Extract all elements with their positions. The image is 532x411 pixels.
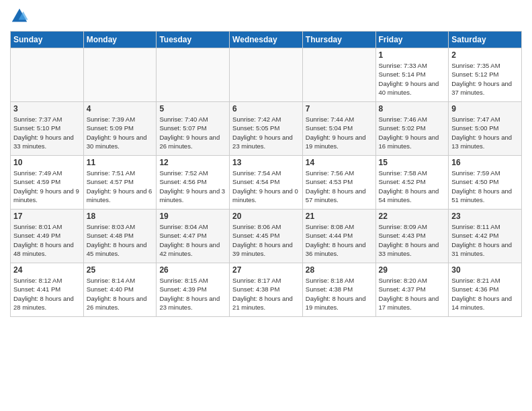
day-number: 23 (451, 212, 519, 221)
header-cell-thursday: Thursday (302, 32, 375, 48)
day-info: Sunrise: 7:39 AM Sunset: 5:09 PM Dayligh… (87, 115, 154, 150)
week-row-5: 24Sunrise: 8:12 AM Sunset: 4:41 PM Dayli… (11, 263, 522, 317)
logo (10, 7, 32, 26)
day-number: 21 (306, 212, 373, 221)
day-info: Sunrise: 8:15 AM Sunset: 4:39 PM Dayligh… (159, 276, 226, 312)
day-number: 8 (379, 104, 446, 113)
day-number: 11 (87, 158, 154, 167)
day-number: 24 (13, 265, 81, 275)
day-cell: 29Sunrise: 8:20 AM Sunset: 4:37 PM Dayli… (375, 263, 449, 317)
day-cell: 25Sunrise: 8:14 AM Sunset: 4:40 PM Dayli… (83, 263, 157, 317)
day-number: 17 (13, 212, 81, 221)
day-info: Sunrise: 8:01 AM Sunset: 4:49 PM Dayligh… (13, 222, 81, 258)
day-cell: 3Sunrise: 7:37 AM Sunset: 5:10 PM Daylig… (11, 102, 84, 156)
day-info: Sunrise: 8:12 AM Sunset: 4:41 PM Dayligh… (13, 276, 81, 312)
day-info: Sunrise: 8:03 AM Sunset: 4:48 PM Dayligh… (87, 222, 154, 258)
day-info: Sunrise: 8:18 AM Sunset: 4:38 PM Dayligh… (306, 276, 373, 312)
day-cell: 12Sunrise: 7:52 AM Sunset: 4:56 PM Dayli… (157, 156, 230, 210)
header (10, 7, 522, 26)
day-info: Sunrise: 7:33 AM Sunset: 5:14 PM Dayligh… (379, 61, 446, 97)
day-cell: 8Sunrise: 7:46 AM Sunset: 5:02 PM Daylig… (375, 102, 449, 156)
day-number: 15 (379, 158, 446, 167)
day-info: Sunrise: 8:04 AM Sunset: 4:47 PM Dayligh… (159, 222, 226, 258)
day-info: Sunrise: 7:44 AM Sunset: 5:04 PM Dayligh… (306, 115, 373, 150)
day-cell: 27Sunrise: 8:17 AM Sunset: 4:38 PM Dayli… (230, 263, 303, 317)
day-cell (157, 48, 230, 102)
day-info: Sunrise: 7:49 AM Sunset: 4:59 PM Dayligh… (13, 169, 81, 204)
day-number: 16 (451, 158, 519, 167)
day-info: Sunrise: 7:58 AM Sunset: 4:52 PM Dayligh… (379, 169, 446, 204)
day-number: 19 (159, 212, 226, 221)
day-cell: 16Sunrise: 7:59 AM Sunset: 4:50 PM Dayli… (449, 156, 522, 210)
day-number: 1 (379, 50, 446, 60)
header-cell-sunday: Sunday (11, 32, 84, 48)
day-number: 6 (232, 104, 300, 113)
day-number: 9 (451, 104, 519, 113)
day-info: Sunrise: 7:35 AM Sunset: 5:12 PM Dayligh… (451, 61, 519, 97)
day-cell: 22Sunrise: 8:09 AM Sunset: 4:43 PM Dayli… (375, 210, 449, 263)
day-cell (230, 48, 303, 102)
day-info: Sunrise: 8:14 AM Sunset: 4:40 PM Dayligh… (87, 276, 154, 312)
header-cell-monday: Monday (83, 32, 157, 48)
day-cell: 21Sunrise: 8:08 AM Sunset: 4:44 PM Dayli… (302, 210, 375, 263)
day-cell: 28Sunrise: 8:18 AM Sunset: 4:38 PM Dayli… (302, 263, 375, 317)
day-cell: 20Sunrise: 8:06 AM Sunset: 4:45 PM Dayli… (230, 210, 303, 263)
day-number: 29 (379, 265, 446, 275)
day-cell: 4Sunrise: 7:39 AM Sunset: 5:09 PM Daylig… (83, 102, 157, 156)
day-number: 10 (13, 158, 81, 167)
day-cell: 19Sunrise: 8:04 AM Sunset: 4:47 PM Dayli… (157, 210, 230, 263)
day-info: Sunrise: 8:06 AM Sunset: 4:45 PM Dayligh… (232, 222, 300, 258)
day-cell: 5Sunrise: 7:40 AM Sunset: 5:07 PM Daylig… (157, 102, 230, 156)
day-cell (302, 48, 375, 102)
week-row-3: 10Sunrise: 7:49 AM Sunset: 4:59 PM Dayli… (11, 156, 522, 210)
header-cell-saturday: Saturday (449, 32, 522, 48)
day-number: 28 (306, 265, 373, 275)
calendar-table: SundayMondayTuesdayWednesdayThursdayFrid… (10, 31, 522, 317)
day-number: 12 (159, 158, 226, 167)
week-row-4: 17Sunrise: 8:01 AM Sunset: 4:49 PM Dayli… (11, 210, 522, 263)
day-cell: 23Sunrise: 8:11 AM Sunset: 4:42 PM Dayli… (449, 210, 522, 263)
header-row: SundayMondayTuesdayWednesdayThursdayFrid… (11, 32, 522, 48)
logo-icon (10, 7, 29, 26)
day-info: Sunrise: 7:42 AM Sunset: 5:05 PM Dayligh… (232, 115, 300, 150)
day-info: Sunrise: 8:11 AM Sunset: 4:42 PM Dayligh… (451, 222, 519, 258)
day-number: 22 (379, 212, 446, 221)
day-info: Sunrise: 7:51 AM Sunset: 4:57 PM Dayligh… (87, 169, 154, 204)
day-cell: 13Sunrise: 7:54 AM Sunset: 4:54 PM Dayli… (230, 156, 303, 210)
day-number: 7 (306, 104, 373, 113)
day-number: 14 (306, 158, 373, 167)
day-info: Sunrise: 8:17 AM Sunset: 4:38 PM Dayligh… (232, 276, 300, 312)
day-cell: 9Sunrise: 7:47 AM Sunset: 5:00 PM Daylig… (449, 102, 522, 156)
day-info: Sunrise: 8:21 AM Sunset: 4:36 PM Dayligh… (451, 276, 519, 312)
day-number: 20 (232, 212, 300, 221)
week-row-2: 3Sunrise: 7:37 AM Sunset: 5:10 PM Daylig… (11, 102, 522, 156)
day-cell: 15Sunrise: 7:58 AM Sunset: 4:52 PM Dayli… (375, 156, 449, 210)
day-number: 3 (13, 104, 81, 113)
page: SundayMondayTuesdayWednesdayThursdayFrid… (0, 0, 532, 411)
day-info: Sunrise: 7:37 AM Sunset: 5:10 PM Dayligh… (13, 115, 81, 150)
day-info: Sunrise: 8:09 AM Sunset: 4:43 PM Dayligh… (379, 222, 446, 258)
header-cell-friday: Friday (375, 32, 449, 48)
day-info: Sunrise: 8:08 AM Sunset: 4:44 PM Dayligh… (306, 222, 373, 258)
day-info: Sunrise: 7:47 AM Sunset: 5:00 PM Dayligh… (451, 115, 519, 150)
day-number: 25 (87, 265, 154, 275)
day-number: 27 (232, 265, 300, 275)
day-cell: 30Sunrise: 8:21 AM Sunset: 4:36 PM Dayli… (449, 263, 522, 317)
header-cell-tuesday: Tuesday (157, 32, 230, 48)
day-number: 4 (87, 104, 154, 113)
day-info: Sunrise: 7:52 AM Sunset: 4:56 PM Dayligh… (159, 169, 226, 204)
day-cell: 11Sunrise: 7:51 AM Sunset: 4:57 PM Dayli… (83, 156, 157, 210)
day-cell: 7Sunrise: 7:44 AM Sunset: 5:04 PM Daylig… (302, 102, 375, 156)
day-info: Sunrise: 7:46 AM Sunset: 5:02 PM Dayligh… (379, 115, 446, 150)
day-cell: 26Sunrise: 8:15 AM Sunset: 4:39 PM Dayli… (157, 263, 230, 317)
day-cell (11, 48, 84, 102)
day-number: 26 (159, 265, 226, 275)
day-info: Sunrise: 7:40 AM Sunset: 5:07 PM Dayligh… (159, 115, 226, 150)
day-cell: 1Sunrise: 7:33 AM Sunset: 5:14 PM Daylig… (375, 48, 449, 102)
day-cell: 17Sunrise: 8:01 AM Sunset: 4:49 PM Dayli… (11, 210, 84, 263)
day-cell: 2Sunrise: 7:35 AM Sunset: 5:12 PM Daylig… (449, 48, 522, 102)
day-number: 18 (87, 212, 154, 221)
day-number: 30 (451, 265, 519, 275)
day-cell: 6Sunrise: 7:42 AM Sunset: 5:05 PM Daylig… (230, 102, 303, 156)
day-info: Sunrise: 7:56 AM Sunset: 4:53 PM Dayligh… (306, 169, 373, 204)
